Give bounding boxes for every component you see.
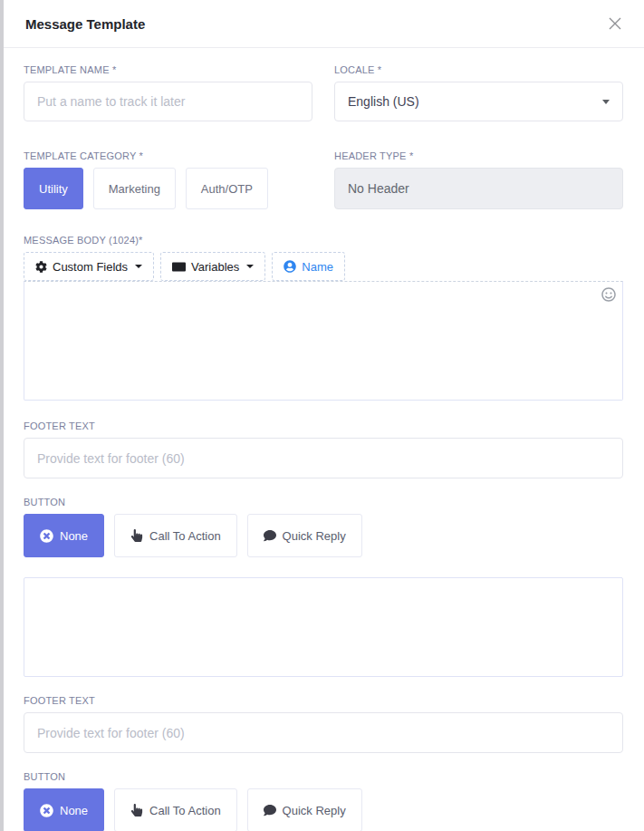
template-category-label: TEMPLATE CATEGORY * bbox=[24, 150, 312, 161]
button-quick-reply-label: Quick Reply bbox=[283, 529, 346, 543]
button-none-label: None bbox=[60, 529, 88, 543]
times-circle-icon bbox=[40, 529, 53, 543]
template-name-input[interactable] bbox=[24, 82, 312, 121]
caret-down-icon bbox=[246, 265, 254, 268]
footer-text-label-2: FOOTER TEXT bbox=[24, 695, 623, 706]
button-call-to-action-button[interactable]: Call To Action bbox=[114, 514, 237, 557]
variables-label: Variables bbox=[191, 260, 239, 274]
button-quick-reply-label-2: Quick Reply bbox=[283, 804, 346, 817]
message-body-label: MESSAGE BODY (1024)* bbox=[24, 235, 623, 246]
hand-pointer-icon bbox=[130, 529, 143, 542]
custom-fields-dropdown-button[interactable]: Custom Fields bbox=[24, 252, 154, 281]
locale-label: LOCALE * bbox=[334, 64, 623, 75]
header-type-field: No Header bbox=[334, 168, 623, 209]
name-variable-label: Name bbox=[302, 260, 333, 274]
user-circle-icon bbox=[284, 260, 296, 273]
times-circle-icon bbox=[40, 804, 53, 817]
caret-down-icon bbox=[602, 100, 610, 104]
close-icon[interactable] bbox=[606, 14, 624, 33]
backdrop-edge bbox=[0, 0, 4, 831]
message-body-textarea-2[interactable] bbox=[24, 577, 623, 677]
button-none-label-2: None bbox=[60, 804, 88, 817]
button-call-to-action-button-2[interactable]: Call To Action bbox=[114, 788, 237, 831]
button-quick-reply-button-2[interactable]: Quick Reply bbox=[247, 788, 362, 831]
comment-icon bbox=[264, 804, 276, 817]
gear-icon bbox=[35, 261, 47, 273]
hand-pointer-icon bbox=[130, 804, 143, 817]
button-label: BUTTON bbox=[24, 497, 623, 507]
header-type-label: HEADER TYPE * bbox=[334, 150, 623, 161]
template-name-label: TEMPLATE NAME * bbox=[24, 64, 312, 75]
category-auth-otp-button[interactable]: Auth/OTP bbox=[186, 168, 268, 209]
keyboard-icon bbox=[172, 260, 186, 274]
button-label-2: BUTTON bbox=[24, 771, 623, 782]
locale-selected-value: English (US) bbox=[348, 94, 419, 109]
locale-select[interactable]: English (US) bbox=[334, 82, 623, 121]
message-body-toolbar: Custom Fields Variables Name bbox=[24, 252, 623, 281]
category-marketing-button[interactable]: Marketing bbox=[93, 168, 176, 209]
comment-icon bbox=[264, 529, 276, 542]
variables-dropdown-button[interactable]: Variables bbox=[160, 252, 265, 281]
modal-header: Message Template bbox=[4, 0, 644, 48]
message-body-textarea[interactable] bbox=[24, 281, 623, 401]
name-variable-button[interactable]: Name bbox=[272, 252, 345, 281]
footer-text-label: FOOTER TEXT bbox=[24, 420, 623, 431]
button-call-to-action-label: Call To Action bbox=[149, 529, 221, 543]
custom-fields-label: Custom Fields bbox=[53, 260, 128, 274]
button-call-to-action-label-2: Call To Action bbox=[149, 804, 221, 817]
button-none-button-2[interactable]: None bbox=[24, 788, 104, 831]
caret-down-icon bbox=[135, 265, 142, 268]
footer-text-input-2[interactable] bbox=[24, 712, 623, 753]
button-none-button[interactable]: None bbox=[24, 514, 104, 557]
modal-title: Message Template bbox=[25, 16, 145, 32]
message-template-modal: Message Template TEMPLATE NAME * LOCALE … bbox=[4, 0, 644, 831]
modal-body: TEMPLATE NAME * LOCALE * English (US) TE… bbox=[4, 48, 644, 831]
smiley-icon[interactable] bbox=[601, 287, 616, 302]
footer-text-input[interactable] bbox=[24, 438, 623, 478]
button-quick-reply-button[interactable]: Quick Reply bbox=[247, 514, 362, 557]
category-utility-button[interactable]: Utility bbox=[24, 168, 83, 209]
